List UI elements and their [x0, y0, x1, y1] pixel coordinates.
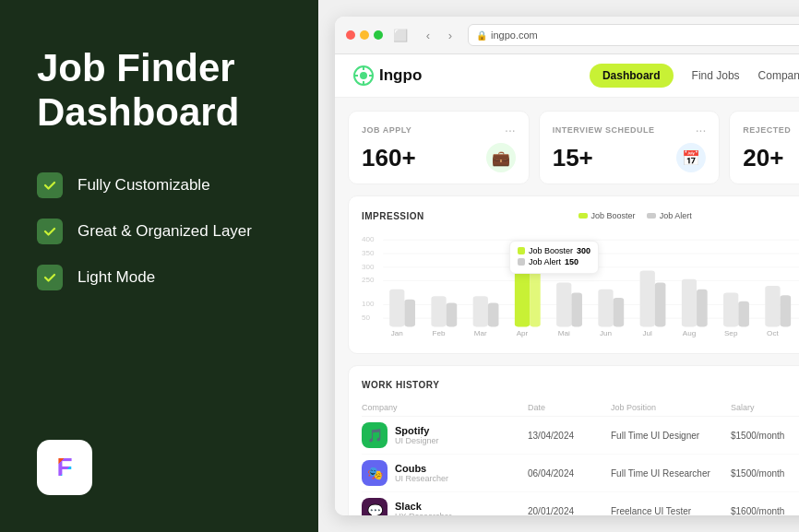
svg-text:400: 400 [362, 236, 375, 243]
stat-job-apply-value: 160+ [362, 144, 416, 172]
svg-text:Jan: Jan [391, 329, 403, 337]
company-name-spotify: Spotify [395, 425, 439, 436]
svg-rect-41 [697, 290, 708, 327]
work-history-card: WORK HISTORY ··· Company Date Job Positi… [348, 365, 799, 515]
feature-organized: Great & Organized Layer [37, 219, 281, 244]
dot-yellow[interactable] [360, 30, 369, 40]
salary-coubs: $1500/month [731, 468, 799, 479]
svg-point-29 [517, 263, 528, 271]
company-name-slack: Slack [395, 501, 452, 512]
company-role-coubs: UI Researcher [395, 474, 448, 483]
svg-text:300: 300 [362, 263, 375, 270]
legend-job-booster-label: Job Booster [591, 211, 636, 220]
check-icon-organized [37, 219, 63, 244]
company-cell-coubs: 🎭 Coubs UI Researcher [362, 460, 528, 486]
svg-rect-28 [530, 269, 541, 327]
forward-button[interactable]: › [440, 25, 460, 45]
stat-interview-label: INTERVIEW SCHEDULE [553, 125, 655, 135]
address-bar[interactable]: 🔒 ingpo.com [468, 24, 799, 46]
app-navbar: Ingpo Dashboard Find Jobs Company Career… [335, 54, 799, 98]
svg-rect-43 [723, 292, 738, 326]
feature-customizable: Fully Customizable [37, 172, 281, 198]
svg-rect-37 [640, 270, 655, 326]
svg-rect-44 [738, 301, 749, 327]
legend-dot-green [578, 213, 588, 219]
date-spotify: 13/04/2024 [528, 431, 611, 441]
svg-text:100: 100 [362, 301, 375, 308]
nav-company[interactable]: Company [758, 69, 799, 82]
logo-text: Ingpo [379, 66, 422, 85]
stat-job-apply-menu[interactable]: ··· [505, 123, 516, 137]
col-date: Date [528, 403, 611, 412]
svg-rect-34 [598, 290, 613, 327]
stat-job-apply-label: JOB APPLY [362, 125, 411, 135]
window-icon[interactable]: ⬜ [390, 25, 411, 45]
col-company: Company [362, 403, 528, 412]
stat-rejected: REJECTED ··· 20+ 👤 [729, 111, 799, 184]
stat-interview-menu[interactable]: ··· [696, 123, 707, 137]
dot-red[interactable] [346, 30, 355, 40]
svg-text:Apr: Apr [517, 329, 529, 337]
svg-text:350: 350 [362, 250, 375, 257]
svg-rect-40 [682, 279, 697, 327]
svg-text:Aug: Aug [683, 329, 696, 337]
browser-window: ⬜ ‹ › 🔒 ingpo.com ↻ [335, 17, 799, 515]
logo-area: Ingpo [353, 65, 422, 86]
svg-text:Oct: Oct [767, 329, 779, 337]
main-content: JOB APPLY ··· 160+ 💼 INTERVIEW SCHEDULE … [335, 98, 799, 515]
legend-job-booster: Job Booster [578, 211, 636, 220]
legend-dot-gray [647, 213, 656, 219]
date-coubs: 06/04/2024 [528, 468, 611, 479]
dot-green[interactable] [374, 30, 383, 40]
table-row: 💬 Slack UX Researcher 20/01/2024 Freelan… [362, 492, 799, 515]
position-coubs: Full Time UI Researcher [611, 468, 731, 479]
svg-rect-32 [571, 292, 582, 326]
browser-chrome: ⬜ ‹ › 🔒 ingpo.com ↻ [335, 17, 799, 54]
svg-rect-25 [488, 303, 499, 327]
figma-badge: F [37, 440, 92, 495]
stat-rejected-value: 20+ [743, 144, 783, 172]
svg-text:Feb: Feb [433, 329, 446, 337]
chart-area: 400 350 300 250 100 50 [362, 231, 799, 342]
position-slack: Freelance UI Tester [611, 506, 731, 516]
company-role-slack: UX Researcher [395, 512, 452, 515]
salary-spotify: $1500/month [731, 431, 799, 441]
svg-text:Mai: Mai [558, 329, 570, 337]
company-role-spotify: UI Designer [395, 436, 439, 445]
company-name-coubs: Coubs [395, 463, 448, 474]
svg-text:250: 250 [362, 277, 375, 284]
feature-label-customizable: Fully Customizable [78, 176, 210, 195]
nav-dashboard[interactable]: Dashboard [590, 64, 674, 88]
right-panel: ⬜ ‹ › 🔒 ingpo.com ↻ [318, 0, 799, 532]
check-icon-customizable [37, 172, 63, 198]
chart-card: IMPRESSION Job Booster Job Alert Last Ye… [348, 195, 799, 354]
stat-job-apply: JOB APPLY ··· 160+ 💼 [348, 111, 530, 184]
col-position: Job Position [611, 403, 731, 412]
table-row: 🎵 Spotify UI Designer 13/04/2024 Full Ti… [362, 417, 799, 455]
company-logo-spotify: 🎵 [362, 422, 388, 448]
legend-job-alert: Job Alert [647, 211, 692, 220]
company-logo-slack: 💬 [362, 498, 388, 515]
logo-icon [353, 65, 374, 86]
svg-text:Mar: Mar [474, 329, 488, 337]
browser-nav: ‹ › [418, 25, 460, 45]
stat-interview-icon: 📅 [676, 143, 706, 172]
svg-rect-21 [431, 296, 446, 326]
back-button[interactable]: ‹ [418, 25, 438, 45]
svg-text:Jun: Jun [600, 329, 612, 337]
table-row: 🎭 Coubs UI Researcher 06/04/2024 Full Ti… [362, 455, 799, 492]
browser-dots [346, 30, 383, 40]
chart-legend: Job Booster Job Alert [578, 211, 692, 220]
feature-label-organized: Great & Organized Layer [78, 222, 252, 241]
svg-text:Jul: Jul [643, 329, 653, 337]
svg-rect-46 [765, 286, 780, 326]
company-logo-coubs: 🎭 [362, 460, 388, 486]
nav-find-jobs[interactable]: Find Jobs [692, 69, 740, 82]
svg-point-1 [360, 72, 367, 79]
company-cell-spotify: 🎵 Spotify UI Designer [362, 422, 528, 448]
svg-rect-47 [781, 295, 792, 326]
stats-row: JOB APPLY ··· 160+ 💼 INTERVIEW SCHEDULE … [348, 111, 799, 184]
address-text: ingpo.com [491, 30, 538, 41]
position-spotify: Full Time UI Designer [611, 431, 731, 441]
svg-text:50: 50 [362, 314, 370, 322]
